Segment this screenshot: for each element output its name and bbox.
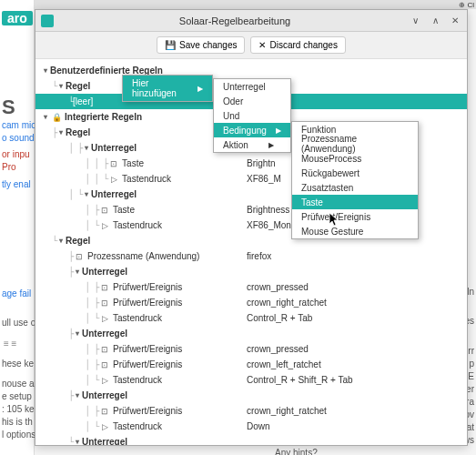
chevron-right-icon: ▶: [276, 126, 281, 135]
menu-item-and[interactable]: Und: [214, 108, 290, 123]
tree-item[interactable]: │ ├ ⊡Prüfwert/Ereigniscrown_left_ratchet: [35, 357, 467, 372]
tree-subrule[interactable]: ├ ▾Unterregel: [35, 326, 467, 341]
condition-icon: ⊡: [98, 360, 111, 369]
condition-icon: ⊡: [98, 345, 111, 354]
titlebar[interactable]: Solaar-Regelbearbeitung ∨ ∧ ✕: [35, 10, 467, 32]
discard-icon: ✕: [258, 40, 266, 50]
condition-icon: ⊡: [73, 252, 86, 261]
distro-logo: aro: [2, 11, 33, 25]
bg-text: age fail: [2, 287, 31, 301]
discard-button[interactable]: ✕ Discard changes: [250, 36, 345, 54]
bg-text: Any hints?: [275, 446, 318, 455]
action-icon: ▷: [98, 221, 111, 230]
bg-text: ull use o: [2, 316, 35, 330]
window-title: Solaar-Regelbearbeitung: [61, 15, 409, 26]
tree-subrule[interactable]: ├ ▾Unterregel: [35, 388, 467, 403]
bg-text: o sound: [2, 131, 35, 146]
menu-item-or[interactable]: Oder: [214, 94, 290, 108]
condition-icon: ⊡: [98, 298, 111, 308]
tree-item[interactable]: │ ├ ⊡Prüfwert/Ereigniscrown_pressed: [35, 279, 467, 295]
save-label: Save changes: [179, 40, 237, 50]
collapse-icon[interactable]: ▾: [56, 82, 66, 90]
menu-item-action[interactable]: Aktion▶: [214, 137, 290, 152]
collapse-icon[interactable]: ▾: [82, 190, 91, 198]
menu-header[interactable]: Hier hinzufügen▶: [123, 76, 212, 101]
condition-icon: ⊡: [107, 159, 120, 168]
tree-item[interactable]: │ └ ▷TastendruckControl_R + Tab: [35, 310, 467, 326]
maximize-button[interactable]: ∧: [429, 15, 441, 27]
save-button[interactable]: 💾 Save changes: [157, 36, 245, 54]
action-icon: ▷: [107, 175, 120, 184]
chevron-right-icon: ▶: [268, 141, 274, 149]
menu-item-modkeys[interactable]: Zusatztasten: [292, 180, 418, 195]
discard-label: Discard changes: [269, 40, 337, 50]
menu-item-key[interactable]: Taste: [292, 195, 418, 209]
bg-text: hese ke: [2, 357, 34, 371]
tree-item[interactable]: │ └ ▷TastendruckDown: [35, 419, 467, 434]
context-menu-add: Hier hinzufügen▶: [122, 75, 213, 102]
menu-item-condition[interactable]: Bedingung▶: [214, 123, 290, 137]
collapse-icon[interactable]: ▾: [73, 268, 82, 276]
condition-icon: ⊡: [98, 407, 111, 416]
submenu-conditions: Funktion Prozessname (Anwendung) MousePr…: [291, 121, 419, 239]
bg-text: ≡ ≡: [4, 337, 16, 351]
tree-item[interactable]: │ └ ▷TastendruckControl_R + Shift_R + Ta…: [35, 372, 467, 388]
collapse-icon[interactable]: ▾: [41, 66, 50, 75]
condition-icon: ⊡: [98, 283, 111, 292]
collapse-icon[interactable]: ▾: [73, 391, 82, 399]
menu-item-subrule[interactable]: Unterregel: [214, 79, 290, 94]
bg-text: tly enal: [2, 177, 31, 192]
close-button[interactable]: ✕: [449, 15, 461, 27]
lock-icon: 🔒: [50, 113, 63, 122]
submenu-types: Unterregel Oder Und Bedingung▶ Aktion▶: [213, 78, 291, 153]
collapse-icon[interactable]: ▾: [73, 329, 82, 338]
menu-item-gesture[interactable]: Mouse Gesture: [292, 224, 418, 238]
os-tray: ⊕ Cl: [459, 0, 474, 9]
bg-text: Pro: [2, 160, 16, 175]
minimize-button[interactable]: ∨: [409, 15, 421, 27]
tree-root-user[interactable]: ▾Benutzerdefinierte Regeln: [35, 63, 467, 78]
collapse-icon[interactable]: ▾: [56, 128, 66, 136]
tree-item[interactable]: │ ├ ⊡Prüfwert/Ereigniscrown_right_ratche…: [35, 403, 467, 419]
tree-item[interactable]: ├ ⊡Prozessname (Anwendung)firefox: [35, 248, 467, 264]
collapse-icon[interactable]: ▾: [73, 438, 82, 445]
collapse-icon[interactable]: ▾: [56, 237, 66, 245]
app-icon: [41, 15, 54, 27]
collapse-icon[interactable]: ▾: [82, 144, 91, 152]
action-icon: ▷: [98, 422, 111, 431]
save-icon: 💾: [165, 40, 176, 50]
tree-item[interactable]: │ ├ ⊡Prüfwert/Ereigniscrown_pressed: [35, 341, 467, 357]
tree-subrule[interactable]: ├ ▾Unterregel: [35, 264, 467, 279]
menu-item-return[interactable]: Rückgabewert: [292, 166, 418, 180]
menu-item-process[interactable]: Prozessname (Anwendung): [292, 136, 418, 151]
os-top-bar: [0, 0, 476, 9]
action-icon: ▷: [98, 314, 111, 323]
menu-item-test[interactable]: Prüfwert/Ereignis: [292, 209, 418, 224]
tree-subrule[interactable]: └ ▾Unterregel: [35, 434, 467, 445]
collapse-icon[interactable]: ▾: [41, 113, 50, 121]
tree-item[interactable]: │ ├ ⊡Prüfwert/Ereigniscrown_right_ratche…: [35, 295, 467, 310]
toolbar: 💾 Save changes ✕ Discard changes: [35, 32, 467, 59]
chevron-right-icon: ▶: [197, 85, 203, 93]
action-icon: ▷: [98, 376, 111, 385]
condition-icon: ⊡: [98, 206, 111, 215]
